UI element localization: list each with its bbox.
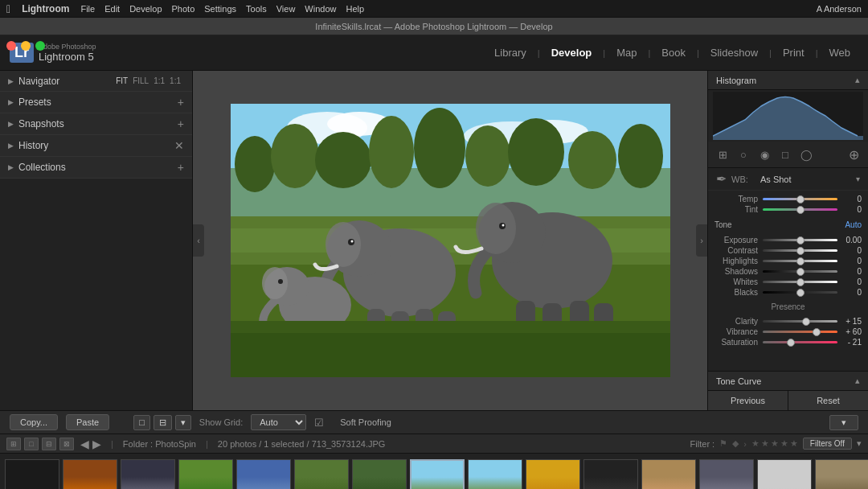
tint-slider[interactable] (763, 208, 837, 211)
single-view-icon[interactable]: □ (24, 438, 39, 450)
blacks-thumb[interactable] (796, 289, 805, 297)
thumb-1[interactable] (5, 459, 59, 489)
survey-view-icon[interactable]: ⊠ (59, 438, 74, 450)
previous-button[interactable]: Previous (708, 391, 788, 410)
filter-dropdown[interactable]: ▾ (857, 438, 862, 449)
fs-next-btn[interactable]: ▶ (92, 438, 101, 450)
presets-add[interactable]: + (178, 96, 184, 109)
temp-thumb[interactable] (796, 195, 805, 203)
right-panel-toggle[interactable]: › (696, 224, 707, 257)
minimize-button[interactable] (21, 41, 31, 51)
tab-slideshow[interactable]: Slideshow (702, 43, 766, 62)
grid-select[interactable]: Auto Always Never (251, 414, 306, 430)
menu-file[interactable]: File (80, 4, 95, 14)
1to1-mode[interactable]: 1:1 (154, 76, 165, 85)
tint-thumb[interactable] (796, 206, 805, 214)
radial-tool[interactable]: ◯ (798, 146, 814, 162)
wb-eyedropper[interactable]: ✒ (716, 171, 727, 187)
reset-button[interactable]: Reset (788, 391, 868, 410)
histogram-collapse[interactable]: ▴ (855, 75, 860, 85)
tone-auto[interactable]: Auto (845, 220, 862, 229)
exposure-slider[interactable] (763, 239, 837, 241)
fit-mode[interactable]: FIT (116, 76, 128, 85)
star-1[interactable]: ★ (751, 438, 760, 449)
grid-view-icon[interactable]: ⊞ (6, 438, 21, 450)
shadows-thumb[interactable] (796, 268, 805, 276)
highlights-slider[interactable] (763, 260, 837, 262)
maximize-button[interactable] (35, 41, 45, 51)
star-3[interactable]: ★ (771, 438, 779, 449)
filter-color-icon[interactable]: ◆ (732, 438, 739, 449)
navigator-header[interactable]: ▶ Navigator FIT FILL 1:1 1:1 (0, 71, 192, 91)
thumb-11[interactable] (583, 459, 638, 489)
shadows-slider[interactable] (763, 270, 837, 273)
thumb-15[interactable] (815, 459, 868, 489)
temp-slider[interactable] (763, 198, 837, 200)
redeye-tool[interactable]: ◉ (756, 146, 772, 162)
thumb-5[interactable] (236, 459, 291, 489)
thumb-14[interactable] (757, 459, 812, 489)
tab-map[interactable]: Map (608, 43, 645, 62)
thumb-7[interactable] (352, 459, 407, 489)
clarity-slider[interactable] (763, 320, 837, 323)
menu-photo[interactable]: Photo (172, 4, 195, 14)
star-5[interactable]: ★ (790, 438, 798, 449)
thumb-12[interactable] (641, 459, 696, 489)
contrast-thumb[interactable] (796, 247, 805, 255)
apple-menu[interactable]:  (6, 2, 10, 15)
tone-curve-bar[interactable]: Tone Curve ▴ (708, 371, 868, 390)
collections-add[interactable]: + (178, 161, 184, 174)
menu-develop[interactable]: Develop (129, 4, 162, 14)
exposure-thumb[interactable] (796, 236, 805, 244)
vibrance-slider[interactable] (763, 331, 837, 333)
snapshots-add[interactable]: + (178, 117, 184, 130)
menu-edit[interactable]: Edit (104, 4, 120, 14)
menu-settings[interactable]: Settings (204, 4, 236, 14)
thumb-13[interactable] (699, 459, 754, 489)
filter-flag-icon[interactable]: ⚑ (719, 438, 727, 449)
tab-print[interactable]: Print (775, 43, 813, 62)
menu-help[interactable]: Help (346, 4, 364, 14)
highlights-thumb[interactable] (796, 257, 805, 265)
gradient-tool[interactable]: □ (777, 146, 793, 162)
tab-develop[interactable]: Develop (543, 43, 600, 62)
saturation-slider[interactable] (763, 341, 837, 343)
thumb-9[interactable] (468, 459, 522, 489)
thumb-4[interactable] (178, 459, 233, 489)
crop-tool[interactable]: ⊞ (714, 146, 731, 162)
menu-window[interactable]: Window (305, 4, 336, 14)
tab-book[interactable]: Book (653, 43, 694, 62)
thumb-3[interactable] (121, 459, 175, 489)
presets-header[interactable]: ▶ Presets + (0, 92, 192, 113)
saturation-thumb[interactable] (787, 339, 795, 347)
compare-view-icon[interactable]: ⊟ (42, 438, 56, 450)
left-panel-toggle[interactable]: ‹ (193, 224, 204, 257)
thumb-2[interactable] (63, 459, 117, 489)
close-button[interactable] (6, 41, 16, 51)
menu-tools[interactable]: Tools (246, 4, 267, 14)
history-header[interactable]: ▶ History ✕ (0, 135, 192, 156)
collections-header[interactable]: ▶ Collections + (0, 157, 192, 178)
checkbox-softproof[interactable]: ☑ (314, 417, 324, 429)
snapshots-header[interactable]: ▶ Snapshots + (0, 113, 192, 134)
tab-web[interactable]: Web (821, 43, 859, 62)
thumb-8-selected[interactable]: ★★★★ (410, 459, 465, 489)
blacks-slider[interactable] (763, 291, 837, 294)
paste-button[interactable]: Paste (66, 414, 109, 430)
thumb-10[interactable] (526, 459, 580, 489)
wb-dropdown[interactable]: ▾ (856, 175, 860, 183)
clarity-thumb[interactable] (802, 318, 810, 326)
tab-library[interactable]: Library (486, 43, 534, 62)
fs-prev-btn[interactable]: ◀ (80, 438, 89, 450)
view-split-button[interactable]: ⊟ (154, 415, 172, 430)
star-4[interactable]: ★ (780, 438, 788, 449)
filters-off-button[interactable]: Filters Off (803, 438, 852, 450)
ratio-mode[interactable]: 1:1 (170, 76, 181, 85)
fill-mode[interactable]: FILL (133, 76, 149, 85)
filter-arrow[interactable]: › (743, 439, 747, 449)
proof-dropdown[interactable]: ▾ (829, 415, 858, 430)
view-normal-button[interactable]: □ (133, 415, 150, 430)
star-2[interactable]: ★ (761, 438, 769, 449)
view-dropdown[interactable]: ▾ (175, 415, 191, 430)
history-clear[interactable]: ✕ (174, 139, 184, 152)
